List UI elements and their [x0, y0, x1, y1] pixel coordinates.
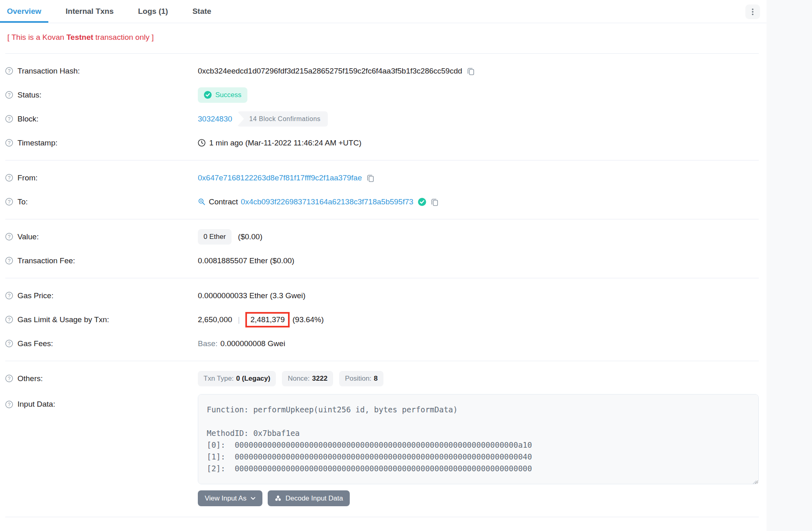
status-label: Status:	[17, 91, 41, 100]
row-to: ? To: Contract 0x4cb093f226983713164a621…	[5, 190, 759, 214]
row-gas-limit-usage: ? Gas Limit & Usage by Txn: 2,650,000 | …	[5, 308, 759, 332]
tab-state-label: State	[193, 7, 211, 16]
gas-fees-label: Gas Fees:	[17, 339, 53, 348]
decode-icon	[275, 495, 281, 502]
section-summary: ? Transaction Hash: 0xcb324eedcd1d07296f…	[5, 54, 759, 160]
gas-used-highlight-box: 2,481,379	[245, 312, 290, 327]
gas-fees-base-label: Base:	[198, 339, 218, 348]
gas-price-value: 0.0000000033 Ether (3.3 Gwei)	[198, 291, 305, 300]
transaction-hash-value: 0xcb324eedcd1d07296fdf3d215a2865275f159c…	[198, 67, 462, 76]
row-value: ? Value: 0 Ether ($0.00)	[5, 225, 759, 249]
copy-icon[interactable]	[366, 174, 375, 182]
gas-limit-value: 2,650,000	[198, 315, 232, 324]
to-label: To:	[17, 197, 28, 206]
input-data-line: [0]: 00000000000000000000000000000000000…	[207, 439, 750, 451]
testnet-warning-bold: Testnet	[66, 33, 93, 41]
status-badge-text: Success	[215, 91, 241, 99]
transaction-fee-value: 0.0081885507 Ether ($0.00)	[198, 256, 294, 265]
txn-type-badge: Txn Type: 0 (Legacy)	[198, 371, 276, 386]
tab-state[interactable]: State	[186, 0, 218, 23]
from-address-link[interactable]: 0x647e7168122263d8e7f81f17fff9c2f1aa379f…	[198, 173, 362, 182]
tab-overview[interactable]: Overview	[0, 0, 48, 23]
to-label-group: ? To:	[5, 197, 198, 206]
row-others: ? Others: Txn Type: 0 (Legacy) Nonce: 32…	[5, 366, 759, 390]
to-type-text: Contract	[209, 197, 238, 206]
help-icon[interactable]: ?	[5, 340, 13, 347]
gas-price-label-group: ? Gas Price:	[5, 291, 198, 300]
gas-price-label: Gas Price:	[17, 291, 54, 300]
value-label-group: ? Value:	[5, 232, 198, 241]
help-icon[interactable]: ?	[5, 174, 13, 182]
help-icon[interactable]: ?	[5, 67, 13, 75]
position-label: Position:	[345, 375, 371, 383]
section-others-input: ? Others: Txn Type: 0 (Legacy) Nonce: 32…	[5, 361, 759, 517]
section-gas: ? Gas Price: 0.0000000033 Ether (3.3 Gwe…	[5, 278, 759, 361]
gas-limit-usage-label-group: ? Gas Limit & Usage by Txn:	[5, 315, 198, 324]
input-data-actions: View Input As Decode Input Data	[198, 490, 759, 506]
testnet-warning-prefix: [ This is a Kovan	[7, 33, 66, 41]
svg-text:?: ?	[8, 116, 11, 122]
overview-panel: [ This is a Kovan Testnet transaction on…	[0, 23, 767, 517]
input-data-label: Input Data:	[17, 400, 55, 409]
copy-icon[interactable]	[467, 67, 475, 75]
verified-check-icon	[418, 198, 426, 206]
position-badge: Position: 8	[339, 371, 383, 386]
gas-fees-base-value: 0.000000008 Gwei	[221, 339, 286, 348]
input-data-line: MethodID: 0x7bbaf1ea	[207, 427, 750, 439]
help-icon[interactable]: ?	[5, 375, 13, 382]
section-value: ? Value: 0 Ether ($0.00) ? Transacti	[5, 219, 759, 278]
row-timestamp: ? Timestamp: 1 min ago (Mar-11-2022 11:4…	[5, 131, 759, 155]
input-data-line: Function: performUpkeep(uint256 id, byte…	[207, 404, 750, 416]
input-data-line: [1]: 00000000000000000000000000000000000…	[207, 451, 750, 463]
transaction-hash-label-group: ? Transaction Hash:	[5, 67, 198, 76]
input-data-label-group: ? Input Data:	[5, 394, 198, 409]
view-input-as-button[interactable]: View Input As	[198, 490, 262, 506]
block-number-link[interactable]: 30324830	[198, 115, 232, 124]
tab-logs[interactable]: Logs (1)	[131, 0, 175, 23]
help-icon[interactable]: ?	[5, 401, 13, 408]
help-icon[interactable]: ?	[5, 233, 13, 241]
testnet-warning-suffix: transaction only ]	[93, 33, 154, 41]
more-options-button[interactable]	[745, 4, 760, 19]
row-from: ? From: 0x647e7168122263d8e7f81f17fff9c2…	[5, 166, 759, 190]
svg-text:?: ?	[8, 341, 11, 347]
help-icon[interactable]: ?	[5, 115, 13, 123]
help-icon[interactable]: ?	[5, 198, 13, 206]
from-label-group: ? From:	[5, 173, 198, 182]
nonce-label: Nonce:	[288, 375, 310, 383]
value-amount-badge: 0 Ether	[198, 229, 232, 245]
resize-handle[interactable]	[751, 477, 757, 482]
gas-used-value: 2,481,379	[250, 315, 285, 324]
value-usd-text: ($0.00)	[238, 232, 262, 241]
help-icon[interactable]: ?	[5, 139, 13, 147]
decode-input-data-button[interactable]: Decode Input Data	[268, 490, 350, 506]
svg-text:?: ?	[8, 68, 11, 74]
magnifier-icon[interactable]	[198, 198, 206, 206]
section-addresses: ? From: 0x647e7168122263d8e7f81f17fff9c2…	[5, 160, 759, 219]
copy-icon[interactable]	[431, 198, 439, 206]
nonce-badge: Nonce: 3222	[282, 371, 333, 386]
clock-icon	[198, 139, 206, 147]
status-label-group: ? Status:	[5, 91, 198, 100]
help-icon[interactable]: ?	[5, 257, 13, 264]
tab-bar: Overview Internal Txns Logs (1) State	[0, 0, 767, 23]
help-icon[interactable]: ?	[5, 316, 13, 323]
input-data-line: [2]: 00000000000000000000000000000000000…	[207, 463, 750, 475]
row-block: ? Block: 30324830 14 Block Confirmations	[5, 107, 759, 131]
input-data-textarea[interactable]: Function: performUpkeep(uint256 id, byte…	[198, 394, 759, 484]
testnet-warning: [ This is a Kovan Testnet transaction on…	[5, 23, 759, 54]
svg-text:?: ?	[8, 376, 11, 381]
row-status: ? Status: Success	[5, 83, 759, 107]
help-icon[interactable]: ?	[5, 91, 13, 99]
to-address-link[interactable]: 0x4cb093f226983713164a62138c3f718a5b595f…	[241, 197, 414, 206]
tab-internal-txns-label: Internal Txns	[66, 7, 114, 16]
tab-internal-txns[interactable]: Internal Txns	[59, 0, 121, 23]
row-input-data: ? Input Data: Function: performUpkeep(ui…	[5, 394, 759, 506]
input-data-line	[207, 416, 750, 427]
block-confirmations-badge: 14 Block Confirmations	[237, 111, 328, 127]
transaction-page: Overview Internal Txns Logs (1) State [ …	[0, 0, 812, 531]
help-icon[interactable]: ?	[5, 292, 13, 299]
transaction-card: Overview Internal Txns Logs (1) State [ …	[0, 0, 767, 531]
transaction-fee-label-group: ? Transaction Fee:	[5, 256, 198, 265]
row-transaction-hash: ? Transaction Hash: 0xcb324eedcd1d07296f…	[5, 59, 759, 83]
